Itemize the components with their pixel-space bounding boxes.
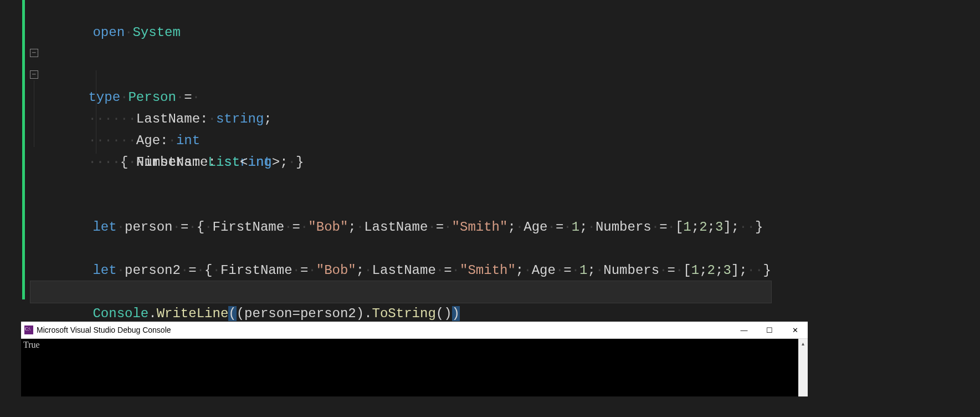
code-area[interactable]: open·System − type·Person·=· − ····{·Fir… [30,0,771,303]
code-line-current[interactable]: Console.WriteLine((person=person2).ToStr… [30,281,771,303]
empty-line[interactable] [30,216,771,238]
minimize-button[interactable]: — [731,322,757,338]
console-output-area[interactable]: True ▴ [21,339,808,396]
console-scrollbar[interactable]: ▴ [798,339,808,396]
empty-line[interactable] [30,173,771,195]
fold-toggle-icon[interactable]: − [30,49,38,57]
maximize-button[interactable]: ☐ [757,322,782,338]
close-button[interactable]: ✕ [782,322,808,338]
type-console: Console [93,306,148,321]
code-line[interactable]: open·System [30,0,771,22]
scroll-up-icon[interactable]: ▴ [798,339,808,348]
fold-toggle-icon[interactable]: − [30,70,38,79]
code-line[interactable]: let·person2·=·{·FirstName·=·"Bob";·LastN… [30,238,771,260]
code-line[interactable]: ······Numbers:·List<int>;·} [30,130,771,151]
empty-line[interactable] [30,260,771,281]
bracket-highlight: ) [452,306,460,321]
console-titlebar[interactable]: Microsoft Visual Studio Debug Console — … [21,322,808,339]
empty-line[interactable] [30,151,771,173]
code-line[interactable]: ······LastName:·string; [30,87,771,108]
method-writeline: WriteLine [157,306,229,321]
code-line[interactable]: let·person·=·{·FirstName·=·"Bob";·LastNa… [30,195,771,216]
debug-console-window[interactable]: Microsoft Visual Studio Debug Console — … [21,322,808,396]
console-output-line: True [23,340,40,349]
code-line[interactable]: ······Age:·int [30,108,771,130]
console-title: Microsoft Visual Studio Debug Console [37,326,731,334]
method-tostring: ToString [372,306,436,321]
bracket-highlight: ( [228,306,236,321]
empty-line[interactable] [30,22,771,43]
code-line[interactable]: − ····{·FirstName:·string [30,65,771,87]
code-line[interactable]: − type·Person·=· [30,43,771,65]
console-app-icon [24,326,33,334]
change-indicator-bar [22,0,25,299]
code-editor[interactable]: open·System − type·Person·=· − ····{·Fir… [0,0,980,299]
